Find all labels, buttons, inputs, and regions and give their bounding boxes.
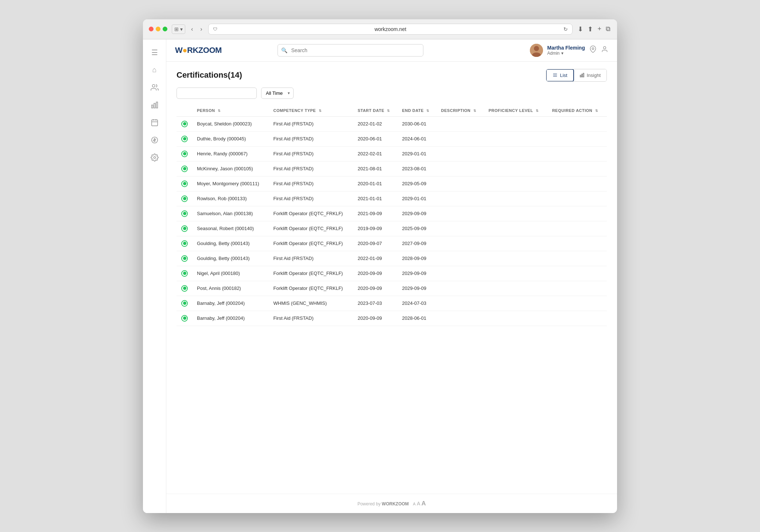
location-icon[interactable] <box>589 46 597 55</box>
table-row[interactable]: Samuelson, Alan (000138) Forklift Operat… <box>177 206 607 221</box>
svg-rect-20 <box>583 73 584 77</box>
th-required-action[interactable]: REQUIRED ACTION ⇅ <box>548 105 607 117</box>
row-end-date-4: 2029-05-09 <box>398 176 437 191</box>
sidebar-item-payroll[interactable] <box>147 133 162 147</box>
row-status-12 <box>177 296 193 311</box>
table-body: Boycat, Sheldon (000023) First Aid (FRST… <box>177 116 607 326</box>
row-competency-0: First Aid (FRSTAD) <box>269 116 353 131</box>
chevron-down-icon[interactable]: ▾ <box>561 51 563 56</box>
sidebar-item-people[interactable] <box>147 80 162 95</box>
table-row[interactable]: Duthie, Brody (000045) First Aid (FRSTAD… <box>177 131 607 146</box>
svg-rect-4 <box>151 120 158 126</box>
url-text: workzoom.net <box>220 26 561 32</box>
row-person-11: Post, Annis (000182) <box>193 281 269 296</box>
row-required-action-9 <box>548 251 607 266</box>
row-start-date-8: 2020-09-07 <box>353 236 398 251</box>
row-status-11 <box>177 281 193 296</box>
row-required-action-7 <box>548 221 607 236</box>
row-end-date-1: 2024-06-01 <box>398 131 437 146</box>
row-end-date-12: 2024-07-03 <box>398 296 437 311</box>
row-person-13: Barnaby, Jeff (000204) <box>193 311 269 326</box>
share-icon[interactable]: ⬆ <box>587 24 594 34</box>
row-description-0 <box>437 116 484 131</box>
windows-icon[interactable]: ⧉ <box>605 24 611 34</box>
font-size-large[interactable]: A <box>422 500 426 507</box>
row-status-5 <box>177 191 193 206</box>
row-start-date-6: 2021-09-09 <box>353 206 398 221</box>
font-size-medium[interactable]: A <box>417 501 420 506</box>
th-competency-type[interactable]: COMPETENCY TYPE ⇅ <box>269 105 353 117</box>
svg-rect-3 <box>156 102 158 108</box>
th-proficiency-level[interactable]: PROFICIENCY LEVEL ⇅ <box>484 105 548 117</box>
table-row[interactable]: McKinney, Jason (000105) First Aid (FRST… <box>177 161 607 176</box>
row-proficiency-10 <box>484 266 548 281</box>
table-row[interactable]: Post, Annis (000182) Forklift Operator (… <box>177 281 607 296</box>
th-start-date[interactable]: START DATE ⇅ <box>353 105 398 117</box>
row-proficiency-3 <box>484 161 548 176</box>
row-start-date-3: 2021-08-01 <box>353 161 398 176</box>
row-end-date-11: 2029-09-09 <box>398 281 437 296</box>
row-description-13 <box>437 311 484 326</box>
table-row[interactable]: Goulding, Betty (000143) Forklift Operat… <box>177 236 607 251</box>
back-button[interactable]: ‹ <box>190 24 194 34</box>
row-end-date-10: 2029-09-09 <box>398 266 437 281</box>
th-description[interactable]: DESCRIPTION ⇅ <box>437 105 484 117</box>
sort-icon-end-date: ⇅ <box>426 109 430 113</box>
forward-button[interactable]: › <box>199 24 203 34</box>
insight-view-button[interactable]: Insight <box>574 69 606 81</box>
row-proficiency-12 <box>484 296 548 311</box>
row-required-action-1 <box>548 131 607 146</box>
sidebar-item-menu[interactable]: ☰ <box>147 45 162 60</box>
table-row[interactable]: Goulding, Betty (000143) First Aid (FRST… <box>177 251 607 266</box>
table-row[interactable]: Barnaby, Jeff (000204) WHMIS (GENC_WHMIS… <box>177 296 607 311</box>
sidebar-item-settings[interactable] <box>147 150 162 165</box>
sidebar-toggle-button[interactable]: ⊞ ▾ <box>172 24 185 34</box>
table-row[interactable]: Henrie, Randy (000067) First Aid (FRSTAD… <box>177 146 607 161</box>
maximize-button[interactable] <box>163 27 167 31</box>
list-view-button[interactable]: List <box>546 69 574 82</box>
row-person-5: Rowlson, Rob (000133) <box>193 191 269 206</box>
row-person-6: Samuelson, Alan (000138) <box>193 206 269 221</box>
table-row[interactable]: Moyer, Montgomery (000111) First Aid (FR… <box>177 176 607 191</box>
address-bar: 🛡 workzoom.net ↻ <box>208 24 573 35</box>
table-row[interactable]: Nigel, April (000180) Forklift Operator … <box>177 266 607 281</box>
row-description-6 <box>437 206 484 221</box>
row-required-action-2 <box>548 146 607 161</box>
svg-point-11 <box>534 46 539 51</box>
row-end-date-13: 2028-06-01 <box>398 311 437 326</box>
sidebar-item-calendar[interactable] <box>147 115 162 130</box>
reload-button[interactable]: ↻ <box>563 26 568 32</box>
row-proficiency-2 <box>484 146 548 161</box>
search-icon: 🔍 <box>281 47 287 53</box>
row-start-date-7: 2019-09-09 <box>353 221 398 236</box>
close-button[interactable] <box>149 27 154 31</box>
download-icon[interactable]: ⬇ <box>577 24 584 34</box>
row-competency-12: WHMIS (GENC_WHMIS) <box>269 296 353 311</box>
table-row[interactable]: Barnaby, Jeff (000204) First Aid (FRSTAD… <box>177 311 607 326</box>
sidebar-item-analytics[interactable] <box>147 98 162 112</box>
filter-search-input[interactable] <box>177 88 257 99</box>
global-search-input[interactable] <box>278 44 423 57</box>
font-size-small[interactable]: A <box>413 502 415 506</box>
sidebar-item-home[interactable]: ⌂ <box>147 63 162 77</box>
th-person[interactable]: PERSON ⇅ <box>193 105 269 117</box>
row-person-3: McKinney, Jason (000105) <box>193 161 269 176</box>
table-row[interactable]: Seasonal, Robert (000140) Forklift Opera… <box>177 221 607 236</box>
table-row[interactable]: Rowlson, Rob (000133) First Aid (FRSTAD)… <box>177 191 607 206</box>
row-person-1: Duthie, Brody (000045) <box>193 131 269 146</box>
row-start-date-5: 2021-01-01 <box>353 191 398 206</box>
minimize-button[interactable] <box>156 27 160 31</box>
th-end-date[interactable]: END DATE ⇅ <box>398 105 437 117</box>
time-filter-dropdown[interactable]: All Time <box>261 88 294 99</box>
row-competency-9: First Aid (FRSTAD) <box>269 251 353 266</box>
sort-icon-start-date: ⇅ <box>387 109 390 113</box>
row-start-date-2: 2022-02-01 <box>353 146 398 161</box>
row-required-action-0 <box>548 116 607 131</box>
user-circle-icon[interactable] <box>601 46 608 55</box>
row-required-action-12 <box>548 296 607 311</box>
new-tab-icon[interactable]: + <box>597 24 602 34</box>
row-competency-13: First Aid (FRSTAD) <box>269 311 353 326</box>
row-start-date-11: 2020-09-09 <box>353 281 398 296</box>
table-row[interactable]: Boycat, Sheldon (000023) First Aid (FRST… <box>177 116 607 131</box>
row-start-date-9: 2022-01-09 <box>353 251 398 266</box>
